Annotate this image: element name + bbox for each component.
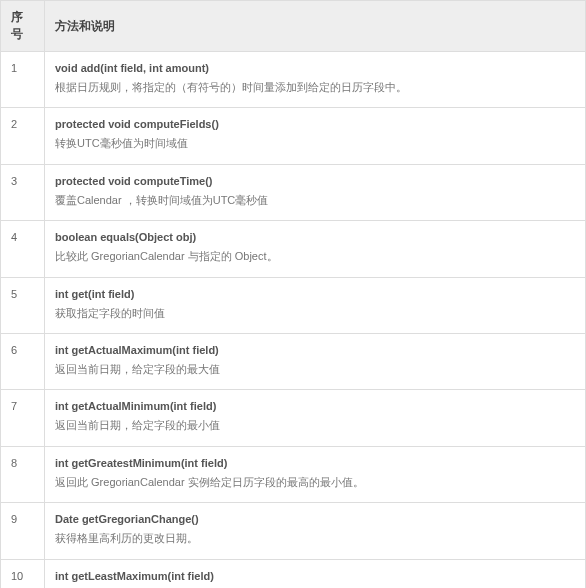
row-index: 2 — [1, 108, 45, 164]
row-method-cell: protected void computeTime()覆盖Calendar ，… — [45, 164, 586, 220]
method-description: 根据日历规则，将指定的（有符号的）时间量添加到给定的日历字段中。 — [55, 80, 575, 95]
method-signature: Date getGregorianChange() — [55, 513, 575, 525]
method-description: 获取指定字段的时间值 — [55, 306, 575, 321]
method-signature: void add(int field, int amount) — [55, 62, 575, 74]
row-method-cell: int getActualMaximum(int field)返回当前日期，给定… — [45, 333, 586, 389]
method-description: 返回此 GregorianCalendar 实例给定日历字段的最高的最小值。 — [55, 475, 575, 490]
method-description: 获得格里高利历的更改日期。 — [55, 531, 575, 546]
table-row: 8int getGreatestMinimum(int field)返回此 Gr… — [1, 446, 586, 502]
method-signature: int getGreatestMinimum(int field) — [55, 457, 575, 469]
row-method-cell: int getActualMinimum(int field)返回当前日期，给定… — [45, 390, 586, 446]
method-description: 转换UTC毫秒值为时间域值 — [55, 136, 575, 151]
table-row: 5int get(int field)获取指定字段的时间值 — [1, 277, 586, 333]
row-method-cell: boolean equals(Object obj)比较此 GregorianC… — [45, 221, 586, 277]
method-signature: int getActualMaximum(int field) — [55, 344, 575, 356]
table-row: 1void add(int field, int amount)根据日历规则，将… — [1, 52, 586, 108]
method-description: 比较此 GregorianCalendar 与指定的 Object。 — [55, 249, 575, 264]
table-row: 4boolean equals(Object obj)比较此 Gregorian… — [1, 221, 586, 277]
row-method-cell: Date getGregorianChange()获得格里高利历的更改日期。 — [45, 503, 586, 559]
method-signature: int get(int field) — [55, 288, 575, 300]
method-description: 覆盖Calendar ，转换时间域值为UTC毫秒值 — [55, 193, 575, 208]
methods-table: 序号 方法和说明 1void add(int field, int amount… — [0, 0, 586, 588]
row-method-cell: int get(int field)获取指定字段的时间值 — [45, 277, 586, 333]
method-signature: int getLeastMaximum(int field) — [55, 570, 575, 582]
method-description: 返回当前日期，给定字段的最大值 — [55, 362, 575, 377]
header-method: 方法和说明 — [45, 1, 586, 52]
method-signature: protected void computeFields() — [55, 118, 575, 130]
table-row: 6int getActualMaximum(int field)返回当前日期，给… — [1, 333, 586, 389]
row-index: 6 — [1, 333, 45, 389]
method-signature: int getActualMinimum(int field) — [55, 400, 575, 412]
row-method-cell: void add(int field, int amount)根据日历规则，将指… — [45, 52, 586, 108]
table-row: 7int getActualMinimum(int field)返回当前日期，给… — [1, 390, 586, 446]
table-row: 10int getLeastMaximum(int field)返回此 Greg… — [1, 559, 586, 588]
table-row: 2protected void computeFields()转换UTC毫秒值为… — [1, 108, 586, 164]
row-index: 10 — [1, 559, 45, 588]
header-index: 序号 — [1, 1, 45, 52]
table-row: 3protected void computeTime()覆盖Calendar … — [1, 164, 586, 220]
method-signature: protected void computeTime() — [55, 175, 575, 187]
row-index: 7 — [1, 390, 45, 446]
table-header-row: 序号 方法和说明 — [1, 1, 586, 52]
row-index: 4 — [1, 221, 45, 277]
row-index: 3 — [1, 164, 45, 220]
row-method-cell: protected void computeFields()转换UTC毫秒值为时… — [45, 108, 586, 164]
method-description: 返回当前日期，给定字段的最小值 — [55, 418, 575, 433]
row-method-cell: int getGreatestMinimum(int field)返回此 Gre… — [45, 446, 586, 502]
row-index: 8 — [1, 446, 45, 502]
row-index: 9 — [1, 503, 45, 559]
row-method-cell: int getLeastMaximum(int field)返回此 Gregor… — [45, 559, 586, 588]
method-signature: boolean equals(Object obj) — [55, 231, 575, 243]
row-index: 1 — [1, 52, 45, 108]
table-row: 9Date getGregorianChange()获得格里高利历的更改日期。 — [1, 503, 586, 559]
row-index: 5 — [1, 277, 45, 333]
